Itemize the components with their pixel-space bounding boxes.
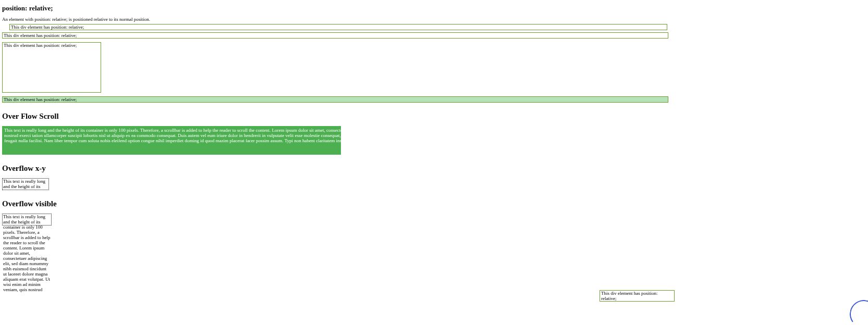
overflow-scroll-text: This text is really long and the height … xyxy=(4,128,341,143)
heading-overflow-visible: Overflow visible xyxy=(2,199,868,208)
heading-overflow-xy: Overflow x-y xyxy=(2,164,868,173)
heading-position-relative: position: relative; xyxy=(2,4,868,12)
overflow-visible-text: This text is really long and the height … xyxy=(3,214,51,293)
desc-position-relative: An element with position: relative; is p… xyxy=(2,17,868,22)
relative-box-3: This div element has position: relative; xyxy=(2,42,101,93)
overflow-scroll-box[interactable]: This text is really long and the height … xyxy=(2,126,341,155)
relative-box-1: This div element has position: relative; xyxy=(9,24,667,30)
relative-box-fragment: This div element has position: relative; xyxy=(600,290,675,293)
relative-box-4: This div element has position: relative; xyxy=(2,96,668,103)
overflow-visible-box: This text is really long and the height … xyxy=(2,214,52,226)
overflow-xy-text: This text is really long and the height … xyxy=(3,179,48,190)
heading-overflow-scroll: Over Flow Scroll xyxy=(2,112,868,121)
relative-box-2: This div element has position: relative; xyxy=(2,32,668,39)
overflow-xy-box[interactable]: This text is really long and the height … xyxy=(2,178,49,190)
